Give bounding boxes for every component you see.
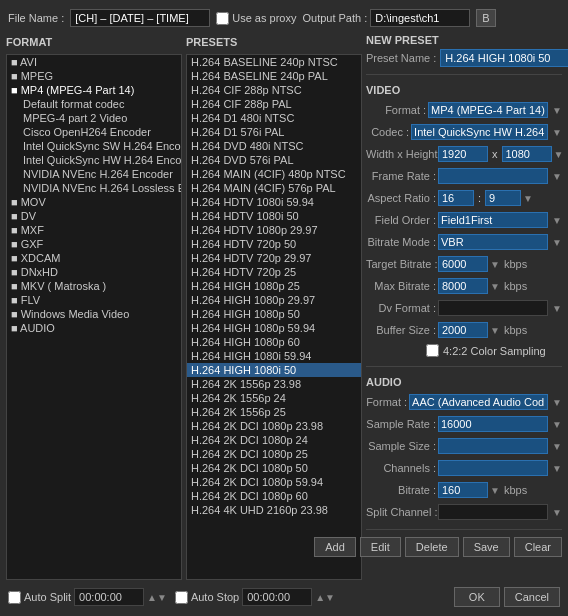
preset-item[interactable]: H.264 CIF 288p PAL	[187, 97, 361, 111]
target-bitrate-input[interactable]	[438, 256, 488, 272]
preset-item[interactable]: H.264 HDTV 720p 29.97	[187, 251, 361, 265]
format-item[interactable]: ■ XDCAM	[7, 251, 181, 265]
preset-item[interactable]: H.264 2K DCI 1080p 60	[187, 489, 361, 503]
edit-button[interactable]: Edit	[360, 537, 401, 557]
field-order-row: Field Order : Field1First ▼	[366, 212, 562, 228]
preset-item[interactable]: H.264 HIGH 1080p 60	[187, 335, 361, 349]
preset-item[interactable]: H.264 2K DCI 1080p 50	[187, 461, 361, 475]
preset-item[interactable]: H.264 HDTV 1080p 29.97	[187, 223, 361, 237]
target-bitrate-row: Target Bitrate : ▼ kbps	[366, 256, 562, 272]
browse-button[interactable]: B	[476, 9, 495, 27]
format-item[interactable]: ■ MP4 (MPEG-4 Part 14)	[7, 83, 181, 97]
format-item[interactable]: ■ AUDIO	[7, 321, 181, 335]
format-item[interactable]: ■ MXF	[7, 223, 181, 237]
preset-item[interactable]: H.264 2K DCI 1080p 23.98	[187, 419, 361, 433]
aspect-ratio-num[interactable]	[438, 190, 474, 206]
output-path-input[interactable]	[370, 9, 470, 27]
channels-dropdown[interactable]	[438, 460, 548, 476]
audio-header: AUDIO	[366, 374, 562, 390]
dv-format-row: Dv Format : ▼	[366, 300, 562, 316]
buffer-size-unit: kbps	[502, 324, 527, 336]
preset-item[interactable]: H.264 HIGH 1080i 59.94	[187, 349, 361, 363]
add-button[interactable]: Add	[314, 537, 356, 557]
color-sampling-checkbox[interactable]	[426, 344, 439, 357]
max-bitrate-input[interactable]	[438, 278, 488, 294]
format-item[interactable]: ■ Windows Media Video	[7, 307, 181, 321]
preset-item[interactable]: H.264 2K 1556p 24	[187, 391, 361, 405]
preset-item[interactable]: H.264 2K DCI 1080p 24	[187, 433, 361, 447]
auto-split-input[interactable]	[74, 588, 144, 606]
audio-format-dropdown[interactable]: AAC (Advanced Audio Cod	[409, 394, 548, 410]
format-item[interactable]: ■ MKV ( Matroska )	[7, 279, 181, 293]
preset-item[interactable]: H.264 HIGH 1080p 29.97	[187, 293, 361, 307]
preset-item[interactable]: H.264 2K DCI 1080p 59.94	[187, 475, 361, 489]
preset-item[interactable]: H.264 HIGH 1080i 50	[187, 363, 361, 377]
preset-item[interactable]: H.264 2K DCI 1080p 25	[187, 447, 361, 461]
preset-item[interactable]: H.264 MAIN (4CIF) 576p PAL	[187, 181, 361, 195]
preset-item[interactable]: H.264 DVD 480i NTSC	[187, 139, 361, 153]
dv-format-dropdown[interactable]	[438, 300, 548, 316]
video-format-dropdown[interactable]: MP4 (MPEG-4 Part 14)	[428, 102, 548, 118]
delete-button[interactable]: Delete	[405, 537, 459, 557]
bitrate-mode-dropdown[interactable]: VBR	[438, 234, 548, 250]
preset-item[interactable]: H.264 HIGH 1080p 25	[187, 279, 361, 293]
format-item[interactable]: ■ DNxHD	[7, 265, 181, 279]
max-bitrate-row: Max Bitrate : ▼ kbps	[366, 278, 562, 294]
width-input[interactable]	[438, 146, 488, 162]
format-item[interactable]: ■ MPEG	[7, 69, 181, 83]
preset-item[interactable]: H.264 MAIN (4CIF) 480p NTSC	[187, 167, 361, 181]
preset-item[interactable]: H.264 HDTV 1080i 50	[187, 209, 361, 223]
preset-item[interactable]: H.264 4K UHD 2160p 23.98	[187, 503, 361, 517]
presets-panel: PRESETS H.264 BASELINE 240p NTSCH.264 BA…	[186, 34, 362, 580]
buffer-size-input[interactable]	[438, 322, 488, 338]
format-item[interactable]: ■ MOV	[7, 195, 181, 209]
format-item[interactable]: ■ DV	[7, 209, 181, 223]
format-list[interactable]: ■ AVI■ MPEG■ MP4 (MPEG-4 Part 14)Default…	[6, 54, 182, 580]
presets-list[interactable]: H.264 BASELINE 240p NTSCH.264 BASELINE 2…	[186, 54, 362, 580]
format-item[interactable]: NVIDIA NVEnc H.264 Encoder	[7, 167, 181, 181]
aspect-ratio-den[interactable]	[485, 190, 521, 206]
preset-item[interactable]: H.264 HDTV 720p 50	[187, 237, 361, 251]
format-item[interactable]: ■ FLV	[7, 293, 181, 307]
preset-item[interactable]: H.264 DVD 576i PAL	[187, 153, 361, 167]
preset-item[interactable]: H.264 2K 1556p 25	[187, 405, 361, 419]
height-input[interactable]	[502, 146, 552, 162]
format-item[interactable]: Default format codec	[7, 97, 181, 111]
preset-item[interactable]: H.264 D1 480i NTSC	[187, 111, 361, 125]
preset-item[interactable]: H.264 BASELINE 240p NTSC	[187, 55, 361, 69]
format-item[interactable]: ■ GXF	[7, 237, 181, 251]
ok-button[interactable]: OK	[454, 587, 500, 607]
format-item[interactable]: MPEG-4 part 2 Video	[7, 111, 181, 125]
clear-button[interactable]: Clear	[514, 537, 562, 557]
auto-stop-input[interactable]	[242, 588, 312, 606]
sample-size-dropdown[interactable]	[438, 438, 548, 454]
preset-item[interactable]: H.264 HIGH 1080p 50	[187, 307, 361, 321]
preset-item[interactable]: H.264 HDTV 1080i 59.94	[187, 195, 361, 209]
dropdown-arrow-audioformat: ▼	[550, 397, 562, 408]
format-item[interactable]: NVIDIA NVEnc H.264 Lossless Encode	[7, 181, 181, 195]
format-item[interactable]: Cisco OpenH264 Encoder	[7, 125, 181, 139]
preset-item[interactable]: H.264 BASELINE 240p PAL	[187, 69, 361, 83]
file-name-input[interactable]	[70, 9, 210, 27]
preset-name-input[interactable]	[440, 49, 568, 67]
preset-item[interactable]: H.264 HDTV 720p 25	[187, 265, 361, 279]
format-item[interactable]: ■ AVI	[7, 55, 181, 69]
auto-split-checkbox[interactable]	[8, 591, 21, 604]
format-item[interactable]: Intel QuickSync HW H.264 Encoder	[7, 153, 181, 167]
auto-stop-checkbox[interactable]	[175, 591, 188, 604]
video-codec-dropdown[interactable]: Intel QuickSync HW H.264	[411, 124, 548, 140]
split-channel-dropdown[interactable]	[438, 504, 548, 520]
frame-rate-dropdown[interactable]	[438, 168, 548, 184]
save-button[interactable]: Save	[463, 537, 510, 557]
field-order-dropdown[interactable]: Field1First	[438, 212, 548, 228]
cancel-button[interactable]: Cancel	[504, 587, 560, 607]
preset-item[interactable]: H.264 CIF 288p NTSC	[187, 83, 361, 97]
aspect-ratio-row: Aspect Ratio : : ▼	[366, 190, 562, 206]
use-proxy-checkbox[interactable]	[216, 12, 229, 25]
preset-item[interactable]: H.264 HIGH 1080p 59.94	[187, 321, 361, 335]
sample-rate-dropdown[interactable]: 16000	[438, 416, 548, 432]
audio-bitrate-input[interactable]	[438, 482, 488, 498]
format-item[interactable]: Intel QuickSync SW H.264 Encoder	[7, 139, 181, 153]
preset-item[interactable]: H.264 2K 1556p 23.98	[187, 377, 361, 391]
preset-item[interactable]: H.264 D1 576i PAL	[187, 125, 361, 139]
